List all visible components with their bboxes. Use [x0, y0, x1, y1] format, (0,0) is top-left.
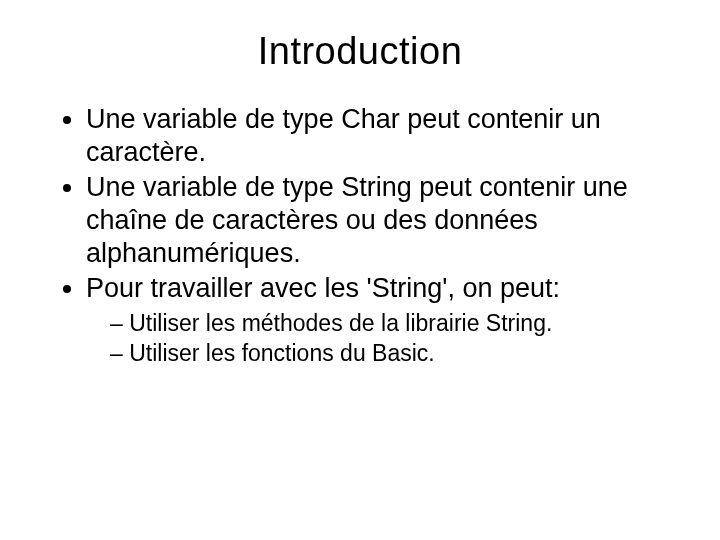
list-item: Utiliser les fonctions du Basic.: [110, 339, 660, 368]
subbullet-text: Utiliser les fonctions du Basic.: [129, 340, 435, 366]
bullet-list: Une variable de type Char peut contenir …: [60, 103, 660, 368]
slide-title: Introduction: [60, 30, 660, 73]
list-item: Pour travailler avec les 'String', on pe…: [86, 272, 660, 368]
list-item: Une variable de type Char peut contenir …: [86, 103, 660, 169]
sub-bullet-list: Utiliser les méthodes de la librairie St…: [86, 309, 660, 369]
bullet-text: Pour travailler avec les 'String', on pe…: [86, 273, 560, 303]
list-item: Utiliser les méthodes de la librairie St…: [110, 309, 660, 338]
bullet-text: Une variable de type Char peut contenir …: [86, 104, 601, 167]
list-item: Une variable de type String peut conteni…: [86, 171, 660, 270]
subbullet-text: Utiliser les méthodes de la librairie St…: [129, 310, 552, 336]
slide: Introduction Une variable de type Char p…: [0, 0, 720, 540]
bullet-text: Une variable de type String peut conteni…: [86, 172, 628, 268]
